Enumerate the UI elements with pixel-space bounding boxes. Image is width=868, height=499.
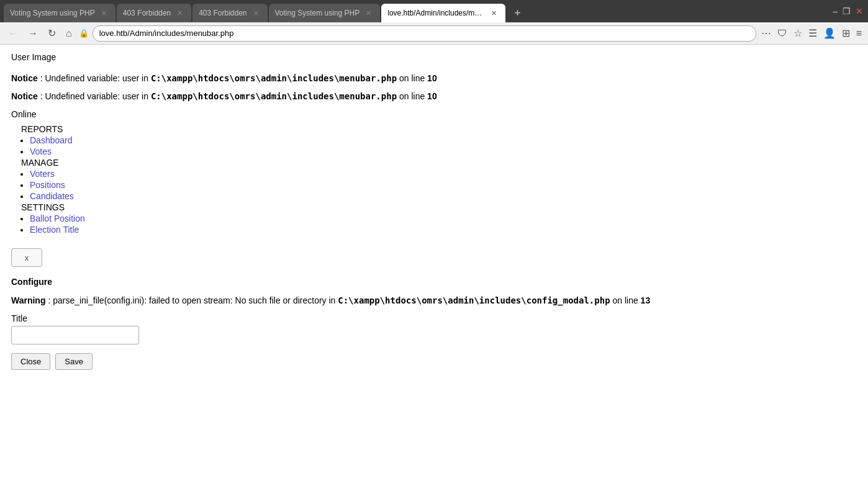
menu-item-dashboard[interactable]: Dashboard [30, 135, 857, 145]
close-x-button[interactable]: x [11, 248, 42, 267]
tab-title: Voting System using PHP [275, 9, 360, 17]
configure-title: Configure [11, 277, 857, 287]
star-icon[interactable]: ☆ [792, 26, 803, 40]
menu-list: REPORTSDashboardVotesMANAGEVotersPositio… [11, 124, 857, 235]
notice-text-1: : Undefined variable: user in [40, 73, 151, 83]
lock-icon: 🔒 [79, 29, 89, 38]
close-tab-icon[interactable]: ✕ [99, 8, 109, 19]
warning-text: : parse_ini_file(config.ini): failed to … [48, 295, 338, 305]
user-image-label: User Image [11, 52, 857, 62]
menu-item-votes[interactable]: Votes [30, 146, 857, 156]
form-buttons: Close Save [11, 353, 857, 370]
close-x-label: x [25, 253, 29, 263]
menu-link-ballot-position[interactable]: Ballot Position [30, 214, 85, 223]
extensions2-icon[interactable]: ⊞ [841, 26, 851, 40]
browser-chrome: Voting System using PHP ✕ 403 Forbidden … [0, 0, 868, 45]
shield-icon[interactable]: 🛡 [776, 27, 789, 40]
notice-1: Notice : Undefined variable: user in C:\… [11, 72, 857, 85]
menu-icon[interactable]: ≡ [855, 27, 863, 40]
notice-path-2: C:\xampp\htdocs\omrs\admin\includes\menu… [151, 91, 397, 101]
menu-item-candidates[interactable]: Candidates [30, 191, 857, 201]
menu-item-ballot-position[interactable]: Ballot Position [30, 214, 857, 223]
page-content: User Image Notice : Undefined variable: … [0, 45, 868, 377]
browser-tab-5[interactable]: love.htb/Admin/includes/me… ✕ [381, 4, 505, 22]
tab-title: 403 Forbidden [123, 9, 171, 17]
menu-section-manage: MANAGE [21, 158, 857, 168]
warning-line-text: on line [612, 295, 640, 305]
home-button[interactable]: ⌂ [63, 27, 75, 40]
close-tab-icon[interactable]: ✕ [174, 8, 185, 19]
close-tab-icon[interactable]: ✕ [489, 8, 499, 19]
notice-line-text-1: on line [399, 73, 427, 83]
warning-label: Warning [11, 295, 45, 305]
menu-link-votes[interactable]: Votes [30, 146, 52, 156]
menu-item-voters[interactable]: Voters [30, 169, 857, 179]
online-label: Online [11, 109, 857, 119]
form-section: Title [11, 313, 857, 344]
close-tab-icon[interactable]: ✕ [251, 8, 261, 19]
back-button[interactable]: ← [5, 27, 21, 40]
tab-title: 403 Forbidden [199, 9, 246, 17]
tab-title: love.htb/Admin/includes/me… [387, 9, 485, 17]
address-input[interactable] [93, 25, 756, 42]
menu-link-positions[interactable]: Positions [30, 180, 65, 190]
menu-item-positions[interactable]: Positions [30, 180, 857, 190]
toolbar-icons: ⋯ 🛡 ☆ ☰ 👤 ⊞ ≡ [760, 26, 863, 40]
notice-2: Notice : Undefined variable: user in C:\… [11, 90, 857, 103]
title-label: Title [11, 313, 857, 323]
close-button[interactable]: Close [11, 353, 50, 370]
save-button[interactable]: Save [55, 353, 93, 370]
reload-button[interactable]: ↻ [45, 26, 59, 40]
profile-icon[interactable]: 👤 [822, 26, 837, 40]
minimize-button[interactable]: – [833, 6, 838, 16]
menu-link-voters[interactable]: Voters [30, 169, 55, 179]
close-window-button[interactable]: ✕ [856, 6, 863, 16]
menu-item-election-title[interactable]: Election Title [30, 225, 857, 235]
menu-section-settings: SETTINGS [21, 202, 857, 212]
close-tab-icon[interactable]: ✕ [363, 8, 374, 19]
notice-line-num-2: 10 [427, 91, 437, 101]
browser-tab-4[interactable]: Voting System using PHP ✕ [269, 4, 381, 22]
tab-title: Voting System using PHP [10, 9, 95, 17]
notice-path-1: C:\xampp\htdocs\omrs\admin\includes\menu… [151, 73, 397, 83]
tab-bar-row: Voting System using PHP ✕ 403 Forbidden … [0, 0, 868, 22]
forward-button[interactable]: → [25, 27, 41, 40]
menu-link-dashboard[interactable]: Dashboard [30, 135, 73, 145]
title-input[interactable] [11, 326, 139, 344]
menu-section-reports: REPORTS [21, 124, 857, 134]
tabs-container: Voting System using PHP ✕ 403 Forbidden … [0, 0, 530, 22]
menu-link-election-title[interactable]: Election Title [30, 225, 79, 235]
notice-label-2: Notice [11, 91, 38, 101]
extensions-icon[interactable]: ⋯ [760, 26, 772, 40]
menu-link-candidates[interactable]: Candidates [30, 191, 74, 201]
restore-button[interactable]: ❐ [843, 6, 851, 16]
notice-line-num-1: 10 [427, 73, 437, 83]
browser-tab-2[interactable]: 403 Forbidden ✕ [117, 4, 191, 22]
warning-block: Warning : parse_ini_file(config.ini): fa… [11, 294, 857, 307]
window-controls: – ❐ ✕ [828, 4, 868, 19]
notice-text-2: : Undefined variable: user in [40, 91, 151, 101]
warning-path: C:\xampp\htdocs\omrs\admin\includes\conf… [338, 295, 610, 305]
notice-label-1: Notice [11, 73, 38, 83]
new-tab-button[interactable]: + [509, 4, 526, 22]
browser-tab-1[interactable]: Voting System using PHP ✕ [4, 4, 115, 22]
address-bar: ← → ↻ ⌂ 🔒 ⋯ 🛡 ☆ ☰ 👤 ⊞ ≡ [0, 22, 868, 45]
reading-list-icon[interactable]: ☰ [807, 26, 818, 40]
browser-tab-3[interactable]: 403 Forbidden ✕ [192, 4, 267, 22]
warning-line-num: 13 [641, 295, 651, 305]
notice-line-text-2: on line [399, 91, 427, 101]
